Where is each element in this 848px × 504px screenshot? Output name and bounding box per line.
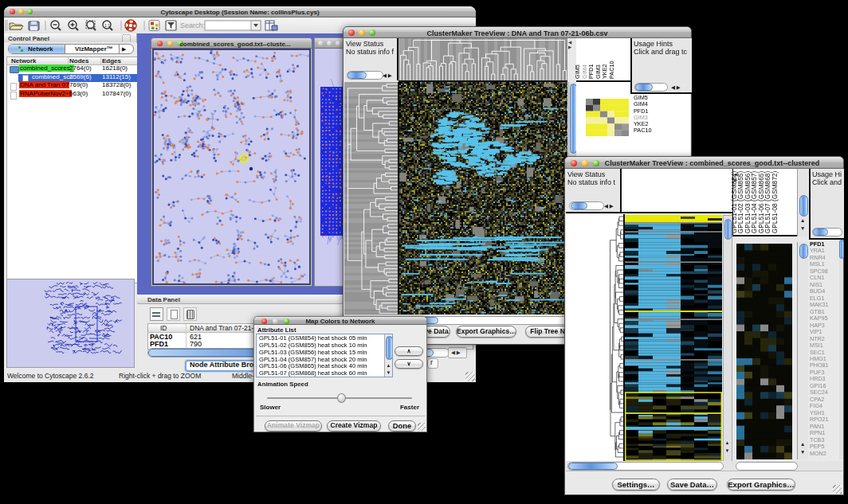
svg-text:1:1: 1:1: [104, 23, 110, 28]
svg-text:Search:: Search:: [180, 21, 205, 29]
